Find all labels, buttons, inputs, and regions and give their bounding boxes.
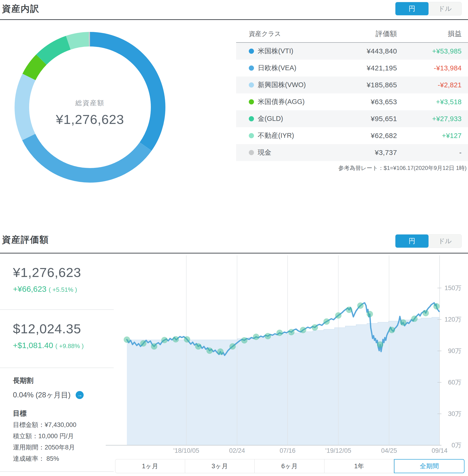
asset-value: ¥3,737 <box>327 149 397 156</box>
range-button-1year[interactable]: 1年 <box>324 459 394 473</box>
asset-label: 米国株(VTI) <box>258 46 327 56</box>
table-row-cash: 現金 ¥3,737 - <box>236 144 468 161</box>
svg-text:120万: 120万 <box>444 316 461 323</box>
asset-label: 不動産(IYR) <box>258 131 327 140</box>
asset-dot-vti <box>249 49 254 54</box>
table-row-iyr: 不動産(IYR) ¥62,682 +¥127 <box>236 127 468 144</box>
exchange-rate-note: 参考為替レート：$1=¥106.17(2020年9月12日 1時) <box>338 164 467 172</box>
yen-gain: +¥66,623 ( +5.51% ) <box>13 284 77 294</box>
goal-monthly-row: 積立額：10,000 円/月 <box>13 431 74 442</box>
goal-period-row: 運用期間：2050年8月 <box>13 442 75 453</box>
header-asset-class: 資産クラス <box>249 29 327 38</box>
asset-value: ¥421,195 <box>327 64 397 72</box>
longterm-detail-button[interactable]: → <box>76 391 84 399</box>
usd-gain: +$1,081.40 ( +9.88% ) <box>13 341 84 350</box>
asset-label: 金(GLD) <box>258 114 327 124</box>
asset-label: 現金 <box>258 148 327 157</box>
asset-dot-vea <box>249 66 254 71</box>
arrow-right-icon: → <box>77 392 82 398</box>
table-row-gld: 金(GLD) ¥95,651 +¥27,933 <box>236 110 468 127</box>
svg-text:07/16: 07/16 <box>279 447 295 454</box>
svg-text:02/24: 02/24 <box>229 447 245 454</box>
svg-text:'19/12/05: '19/12/05 <box>325 447 351 454</box>
svg-text:0万: 0万 <box>452 442 461 449</box>
svg-text:09/14: 09/14 <box>432 447 448 454</box>
asset-table-header: 資産クラス 評価額 損益 <box>236 25 468 43</box>
svg-text:'18/10/05: '18/10/05 <box>173 447 199 454</box>
goal-heading: 目標 <box>13 409 27 418</box>
svg-text:60万: 60万 <box>448 379 461 386</box>
yen-gain-percent: ( +5.51% ) <box>49 286 77 293</box>
breakdown-section-title: 資産内訳 <box>2 3 40 15</box>
range-button-1month[interactable]: 1ヶ月 <box>115 459 185 473</box>
longterm-discount-heading: 長期割 <box>13 376 33 385</box>
donut-center: 総資産額 ¥1,276,623 <box>29 98 151 127</box>
range-button-6months[interactable]: 6ヶ月 <box>255 459 324 473</box>
longterm-discount-value: 0.04% (28ヶ月目) <box>13 390 71 400</box>
asset-pl: +¥53,985 <box>397 47 462 55</box>
goal-amount-row: 目標金額：¥7,430,000 <box>13 419 76 431</box>
asset-dot-gld <box>249 116 254 121</box>
panel-divider <box>0 368 114 368</box>
currency-toggle-valuation: 円 ドル <box>395 234 462 248</box>
asset-dot-vwo <box>249 82 254 87</box>
asset-value: ¥95,651 <box>327 115 397 123</box>
total-assets-label: 総資産額 <box>29 98 151 108</box>
wealth-dashboard: 資産内訳 円 ドル 総資産額 ¥1,276,623 資産クラス 評価額 損益 米… <box>0 0 468 476</box>
asset-pl: +¥27,933 <box>397 115 462 123</box>
asset-label: 日欧株(VEA) <box>258 63 327 73</box>
goal-probability-row: 達成確率： 85% <box>13 453 59 464</box>
table-row-vwo: 新興国株(VWO) ¥185,865 -¥2,821 <box>236 77 468 93</box>
asset-dot-cash <box>249 150 254 155</box>
usd-gain-amount: +$1,081.40 <box>13 341 53 350</box>
asset-pl: - <box>397 149 462 156</box>
total-assets-value: ¥1,276,623 <box>29 112 151 127</box>
svg-text:04/25: 04/25 <box>381 447 397 454</box>
asset-value: ¥62,682 <box>327 132 397 140</box>
panel-divider <box>0 471 114 472</box>
table-row-vea: 日欧株(VEA) ¥421,195 -¥13,984 <box>236 60 468 77</box>
currency-toggle-breakdown: 円 ドル <box>395 2 462 15</box>
section-divider <box>0 253 468 253</box>
table-row-agg: 米国債券(AGG) ¥63,653 +¥3,518 <box>236 93 468 110</box>
header-profit-loss: 損益 <box>397 29 462 39</box>
asset-pl: -¥13,984 <box>397 64 462 72</box>
yen-total-value: ¥1,276,623 <box>13 265 81 280</box>
svg-text:30万: 30万 <box>448 410 461 417</box>
panel-divider <box>0 309 114 310</box>
usd-total-value: $12,024.35 <box>13 321 81 336</box>
asset-value: ¥443,840 <box>327 47 397 55</box>
section-divider <box>0 19 468 20</box>
asset-pl: +¥3,518 <box>397 98 462 106</box>
table-row-vti: 米国株(VTI) ¥443,840 +¥53,985 <box>236 43 468 60</box>
svg-text:90万: 90万 <box>448 347 461 354</box>
asset-value: ¥63,653 <box>327 98 397 106</box>
asset-pl: +¥127 <box>397 132 462 140</box>
dollar-button[interactable]: ドル <box>428 235 462 248</box>
usd-gain-percent: ( +9.88% ) <box>56 342 84 350</box>
range-button-3months[interactable]: 3ヶ月 <box>185 459 255 473</box>
valuation-section-title: 資産評価額 <box>2 234 49 246</box>
svg-text:150万: 150万 <box>444 284 461 292</box>
header-valuation: 評価額 <box>327 29 397 39</box>
yen-button[interactable]: 円 <box>395 235 428 248</box>
range-button-all[interactable]: 全期間 <box>394 459 465 473</box>
yen-button[interactable]: 円 <box>395 2 428 15</box>
asset-dot-agg <box>249 99 254 104</box>
asset-label: 新興国株(VWO) <box>258 80 327 90</box>
longterm-discount-row: 0.04% (28ヶ月目) → <box>13 390 84 400</box>
dollar-button[interactable]: ドル <box>428 2 462 15</box>
asset-pl: -¥2,821 <box>397 81 462 89</box>
yen-gain-amount: +¥66,623 <box>13 284 46 294</box>
asset-table: 資産クラス 評価額 損益 米国株(VTI) ¥443,840 +¥53,985 … <box>236 25 468 161</box>
asset-value: ¥185,865 <box>327 81 397 89</box>
asset-label: 米国債券(AGG) <box>258 97 327 107</box>
range-selector: 1ヶ月 3ヶ月 6ヶ月 1年 全期間 <box>115 459 465 473</box>
asset-dot-iyr <box>249 133 254 138</box>
performance-line-chart[interactable]: 0万30万60万90万120万150万'18/10/0502/2407/16'1… <box>103 255 468 458</box>
